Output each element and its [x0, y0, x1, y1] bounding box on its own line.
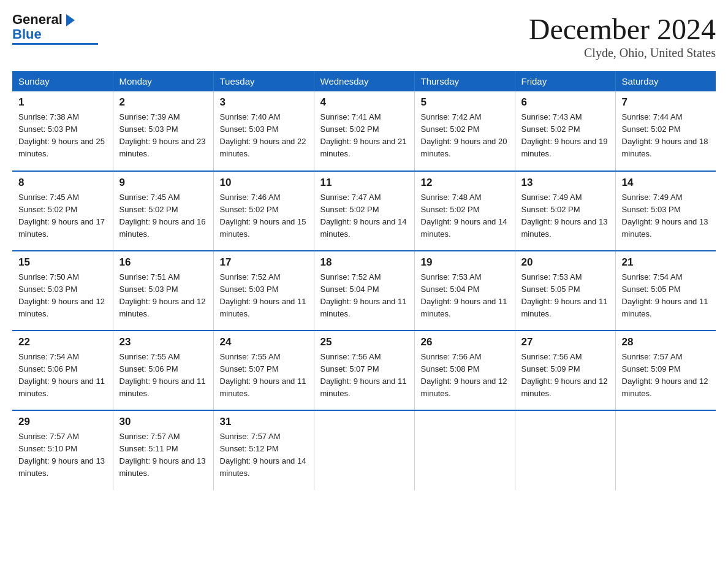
day-info: Sunrise: 7:46 AMSunset: 5:02 PMDaylight:…: [220, 193, 306, 239]
day-number: 26: [421, 336, 509, 348]
day-number: 2: [119, 96, 207, 109]
month-title: December 2024: [529, 12, 716, 46]
header-sunday: Sunday: [12, 71, 113, 91]
calendar-day: 5 Sunrise: 7:42 AMSunset: 5:02 PMDayligh…: [414, 91, 515, 171]
calendar-day: [314, 410, 414, 490]
day-info: Sunrise: 7:56 AMSunset: 5:08 PMDaylight:…: [421, 352, 507, 398]
calendar-day: 4 Sunrise: 7:41 AMSunset: 5:02 PMDayligh…: [314, 91, 414, 171]
day-info: Sunrise: 7:41 AMSunset: 5:02 PMDaylight:…: [320, 112, 407, 158]
day-info: Sunrise: 7:51 AMSunset: 5:03 PMDaylight:…: [119, 272, 206, 318]
header-friday: Friday: [515, 71, 615, 91]
day-info: Sunrise: 7:48 AMSunset: 5:02 PMDaylight:…: [421, 193, 507, 239]
calendar-day: 14 Sunrise: 7:49 AMSunset: 5:03 PMDaylig…: [615, 171, 716, 251]
calendar-day: 2 Sunrise: 7:39 AMSunset: 5:03 PMDayligh…: [113, 91, 213, 171]
calendar-day: 6 Sunrise: 7:43 AMSunset: 5:02 PMDayligh…: [515, 91, 615, 171]
calendar-week-1: 1 Sunrise: 7:38 AMSunset: 5:03 PMDayligh…: [12, 91, 716, 171]
calendar-day: 16 Sunrise: 7:51 AMSunset: 5:03 PMDaylig…: [113, 251, 213, 331]
day-number: 28: [622, 336, 710, 348]
location: Clyde, Ohio, United States: [529, 46, 716, 60]
day-info: Sunrise: 7:45 AMSunset: 5:02 PMDaylight:…: [119, 193, 206, 239]
day-number: 6: [521, 96, 609, 109]
day-number: 30: [119, 416, 207, 428]
day-info: Sunrise: 7:54 AMSunset: 5:06 PMDaylight:…: [18, 352, 105, 398]
day-info: Sunrise: 7:53 AMSunset: 5:04 PMDaylight:…: [421, 272, 507, 318]
day-number: 18: [320, 256, 408, 269]
day-number: 11: [320, 177, 408, 189]
day-number: 14: [622, 177, 710, 189]
day-info: Sunrise: 7:57 AMSunset: 5:10 PMDaylight:…: [18, 432, 105, 478]
calendar-table: Sunday Monday Tuesday Wednesday Thursday…: [12, 71, 716, 490]
day-number: 10: [220, 177, 308, 189]
calendar-day: 10 Sunrise: 7:46 AMSunset: 5:02 PMDaylig…: [213, 171, 314, 251]
calendar-day: 28 Sunrise: 7:57 AMSunset: 5:09 PMDaylig…: [615, 331, 716, 410]
calendar-day: 26 Sunrise: 7:56 AMSunset: 5:08 PMDaylig…: [414, 331, 515, 410]
day-number: 21: [622, 256, 710, 269]
page-header: General Blue December 2024 Clyde, Ohio, …: [12, 12, 716, 60]
calendar-day: 20 Sunrise: 7:53 AMSunset: 5:05 PMDaylig…: [515, 251, 615, 331]
day-number: 31: [220, 416, 308, 428]
day-number: 9: [119, 177, 207, 189]
calendar-day: 18 Sunrise: 7:52 AMSunset: 5:04 PMDaylig…: [314, 251, 414, 331]
day-number: 19: [421, 256, 509, 269]
calendar-day: 27 Sunrise: 7:56 AMSunset: 5:09 PMDaylig…: [515, 331, 615, 410]
day-number: 1: [18, 96, 107, 109]
calendar-day: 22 Sunrise: 7:54 AMSunset: 5:06 PMDaylig…: [12, 331, 113, 410]
calendar-day: 25 Sunrise: 7:56 AMSunset: 5:07 PMDaylig…: [314, 331, 414, 410]
day-number: 17: [220, 256, 308, 269]
calendar-day: 1 Sunrise: 7:38 AMSunset: 5:03 PMDayligh…: [12, 91, 113, 171]
calendar-day: 15 Sunrise: 7:50 AMSunset: 5:03 PMDaylig…: [12, 251, 113, 331]
calendar-day: 13 Sunrise: 7:49 AMSunset: 5:02 PMDaylig…: [515, 171, 615, 251]
calendar-day: 29 Sunrise: 7:57 AMSunset: 5:10 PMDaylig…: [12, 410, 113, 490]
calendar-week-3: 15 Sunrise: 7:50 AMSunset: 5:03 PMDaylig…: [12, 251, 716, 331]
day-number: 16: [119, 256, 207, 269]
calendar-day: 3 Sunrise: 7:40 AMSunset: 5:03 PMDayligh…: [213, 91, 314, 171]
day-number: 8: [18, 177, 107, 189]
calendar-day: 9 Sunrise: 7:45 AMSunset: 5:02 PMDayligh…: [113, 171, 213, 251]
day-info: Sunrise: 7:50 AMSunset: 5:03 PMDaylight:…: [18, 272, 105, 318]
day-number: 12: [421, 177, 509, 189]
day-info: Sunrise: 7:47 AMSunset: 5:02 PMDaylight:…: [320, 193, 407, 239]
header-saturday: Saturday: [615, 71, 716, 91]
day-headers: Sunday Monday Tuesday Wednesday Thursday…: [12, 71, 716, 91]
day-number: 15: [18, 256, 107, 269]
calendar-day: 12 Sunrise: 7:48 AMSunset: 5:02 PMDaylig…: [414, 171, 515, 251]
day-number: 29: [18, 416, 107, 428]
day-number: 13: [521, 177, 609, 189]
day-info: Sunrise: 7:42 AMSunset: 5:02 PMDaylight:…: [421, 112, 507, 158]
day-info: Sunrise: 7:56 AMSunset: 5:07 PMDaylight:…: [320, 352, 407, 398]
day-info: Sunrise: 7:52 AMSunset: 5:04 PMDaylight:…: [320, 272, 407, 318]
header-monday: Monday: [113, 71, 213, 91]
calendar-day: 30 Sunrise: 7:57 AMSunset: 5:11 PMDaylig…: [113, 410, 213, 490]
calendar-day: 24 Sunrise: 7:55 AMSunset: 5:07 PMDaylig…: [213, 331, 314, 410]
calendar-week-4: 22 Sunrise: 7:54 AMSunset: 5:06 PMDaylig…: [12, 331, 716, 410]
day-number: 20: [521, 256, 609, 269]
day-number: 7: [622, 96, 710, 109]
day-number: 24: [220, 336, 308, 348]
calendar-day: 11 Sunrise: 7:47 AMSunset: 5:02 PMDaylig…: [314, 171, 414, 251]
day-info: Sunrise: 7:52 AMSunset: 5:03 PMDaylight:…: [220, 272, 306, 318]
day-number: 27: [521, 336, 609, 348]
header-thursday: Thursday: [414, 71, 515, 91]
day-number: 25: [320, 336, 408, 348]
calendar-week-2: 8 Sunrise: 7:45 AMSunset: 5:02 PMDayligh…: [12, 171, 716, 251]
calendar-day: 23 Sunrise: 7:55 AMSunset: 5:06 PMDaylig…: [113, 331, 213, 410]
calendar-day: 19 Sunrise: 7:53 AMSunset: 5:04 PMDaylig…: [414, 251, 515, 331]
header-wednesday: Wednesday: [314, 71, 414, 91]
day-info: Sunrise: 7:55 AMSunset: 5:07 PMDaylight:…: [220, 352, 306, 398]
day-info: Sunrise: 7:53 AMSunset: 5:05 PMDaylight:…: [521, 272, 608, 318]
day-info: Sunrise: 7:56 AMSunset: 5:09 PMDaylight:…: [521, 352, 608, 398]
calendar-week-5: 29 Sunrise: 7:57 AMSunset: 5:10 PMDaylig…: [12, 410, 716, 490]
calendar-day: 8 Sunrise: 7:45 AMSunset: 5:02 PMDayligh…: [12, 171, 113, 251]
day-info: Sunrise: 7:49 AMSunset: 5:03 PMDaylight:…: [622, 193, 708, 239]
day-info: Sunrise: 7:54 AMSunset: 5:05 PMDaylight:…: [622, 272, 708, 318]
title-section: December 2024 Clyde, Ohio, United States: [529, 12, 716, 60]
day-info: Sunrise: 7:45 AMSunset: 5:02 PMDaylight:…: [18, 193, 105, 239]
calendar-day: [515, 410, 615, 490]
day-info: Sunrise: 7:57 AMSunset: 5:09 PMDaylight:…: [622, 352, 708, 398]
day-number: 5: [421, 96, 509, 109]
day-info: Sunrise: 7:40 AMSunset: 5:03 PMDaylight:…: [220, 112, 306, 158]
day-info: Sunrise: 7:57 AMSunset: 5:12 PMDaylight:…: [220, 432, 306, 478]
calendar-day: [615, 410, 716, 490]
day-info: Sunrise: 7:49 AMSunset: 5:02 PMDaylight:…: [521, 193, 608, 239]
day-info: Sunrise: 7:55 AMSunset: 5:06 PMDaylight:…: [119, 352, 206, 398]
